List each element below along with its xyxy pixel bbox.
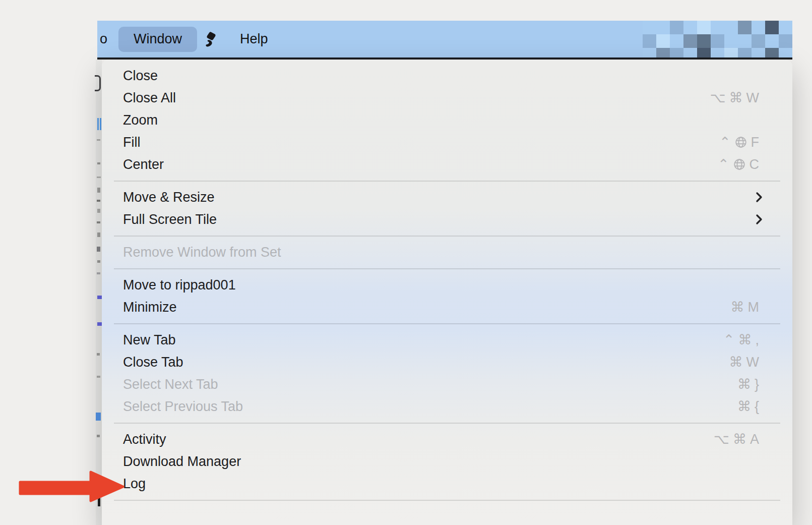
- window-menu-panel: CloseClose All⌥⌘WZoomFill⌃FCenter⌃CMove …: [102, 60, 792, 525]
- shortcut-key: ⌃: [723, 332, 735, 348]
- script-ribbon-glyph-svg: [203, 31, 218, 48]
- menu-item-label: Download Manager: [123, 454, 241, 470]
- menu-item-label: Full Screen Tile: [123, 212, 217, 227]
- background-window-fragment: [97, 162, 100, 164]
- redaction-cell: [711, 21, 724, 34]
- redaction-cell: [643, 34, 656, 48]
- menu-separator: [102, 263, 792, 274]
- script-ribbon-glyph-icon[interactable]: [203, 31, 218, 48]
- submenu-indicator: [755, 191, 759, 204]
- shortcut-key: ,: [755, 332, 759, 348]
- shortcut-key: ⌘: [729, 354, 743, 370]
- background-window-fragment: [97, 247, 100, 252]
- shortcut-key: ⌥: [714, 431, 729, 447]
- menu-item-download-manager[interactable]: Download Manager: [102, 450, 792, 473]
- menu-item-select-previous-tab: Select Previous Tab⌘{: [102, 395, 792, 418]
- background-window-fragment: [97, 188, 100, 193]
- shortcut-key: ⌘: [738, 332, 752, 348]
- background-window-fragment: [97, 435, 100, 437]
- menu-item-move-and-resize[interactable]: Move & Resize: [102, 186, 792, 208]
- menu-separator: [102, 176, 792, 186]
- menu-item-label: Zoom: [123, 112, 158, 128]
- menu-separator: [102, 495, 792, 505]
- submenu-chevron-icon: [755, 191, 763, 204]
- shortcut-key: A: [750, 432, 759, 447]
- globe-icon: [734, 136, 747, 149]
- redaction-cell: [697, 34, 711, 48]
- background-window-fragment: [95, 75, 101, 91]
- background-window-fragment: [97, 118, 99, 130]
- menu-title-partial[interactable]: o: [100, 31, 107, 47]
- shortcut-key: {: [755, 399, 759, 415]
- menu-separator: [102, 418, 792, 428]
- shortcut-key: ⌘: [733, 431, 746, 447]
- redaction-cell: [724, 21, 738, 34]
- redaction-cell: [765, 34, 779, 48]
- submenu-chevron-icon: [755, 213, 763, 226]
- shortcut-hint: ⌃F: [719, 134, 759, 150]
- redaction-cell: [670, 21, 683, 34]
- shortcut-key: C: [749, 157, 760, 172]
- shortcut-hint: ⌘W: [729, 354, 759, 370]
- redaction-cell: [738, 48, 752, 57]
- background-window-fragment: [97, 260, 100, 263]
- background-window-fragment: [97, 296, 102, 299]
- redaction-cell: [779, 48, 792, 57]
- menu-item-minimize[interactable]: Minimize⌘M: [102, 296, 792, 318]
- background-window-fragment: [97, 221, 100, 223]
- redaction-cell: [683, 34, 697, 48]
- background-window-fragment: [97, 139, 100, 141]
- menu-item-close[interactable]: Close: [102, 65, 792, 87]
- redaction-cell: [670, 48, 683, 57]
- redaction-cell: [779, 34, 792, 48]
- menu-item-move-to-rippad001[interactable]: Move to rippad001: [102, 274, 792, 296]
- menu-item-center[interactable]: Center⌃C: [102, 153, 792, 176]
- shortcut-hint: ⌘M: [731, 299, 760, 315]
- shortcut-hint: ⌃C: [718, 156, 759, 172]
- menu-title-window-label: Window: [134, 31, 182, 47]
- redaction-cell: [670, 34, 683, 48]
- menu-item-new-tab[interactable]: New Tab⌃⌘,: [102, 329, 792, 351]
- menu-item-label: Move & Resize: [123, 190, 215, 205]
- menu-item-zoom[interactable]: Zoom: [102, 109, 792, 131]
- menu-item-fill[interactable]: Fill⌃F: [102, 131, 792, 153]
- globe-icon: [733, 158, 746, 171]
- redaction-cell: [643, 21, 656, 34]
- redaction-cell: [724, 34, 738, 48]
- background-window-fragment: [97, 376, 100, 378]
- menu-bar: o Window Help: [97, 21, 792, 57]
- redaction-cell: [765, 48, 779, 57]
- shortcut-key: M: [748, 300, 760, 315]
- redaction-cell: [765, 21, 779, 34]
- annotation-arrow: [15, 446, 131, 512]
- shortcut-key: ⌃: [718, 156, 729, 172]
- shortcut-key: W: [746, 90, 759, 106]
- shortcut-hint: ⌘{: [737, 398, 759, 415]
- menu-item-label: Close: [123, 68, 158, 84]
- menu-item-close-tab[interactable]: Close Tab⌘W: [102, 351, 792, 373]
- redaction-cell: [752, 34, 765, 48]
- menu-item-label: Minimize: [123, 300, 177, 315]
- redacted-status-area: [643, 21, 792, 57]
- menu-item-full-screen-tile[interactable]: Full Screen Tile: [102, 208, 792, 230]
- menu-item-activity[interactable]: Activity⌥⌘A: [102, 428, 792, 450]
- menu-title-window[interactable]: Window: [118, 27, 197, 52]
- background-window-fragment: [97, 232, 100, 237]
- menu-item-label: Close All: [123, 90, 176, 106]
- menu-item-close-all[interactable]: Close All⌥⌘W: [102, 87, 792, 109]
- menu-item-label: Select Next Tab: [123, 377, 218, 392]
- redaction-cell: [711, 34, 724, 48]
- redaction-cell: [738, 21, 752, 34]
- menu-separator: [102, 318, 792, 329]
- shortcut-key: ⌘: [737, 376, 751, 392]
- background-window-fragment: [96, 413, 101, 421]
- shortcut-hint: ⌘}: [737, 376, 759, 392]
- shortcut-key: ⌘: [737, 398, 751, 415]
- background-window-fragment: [97, 353, 100, 356]
- menu-item-log[interactable]: Log: [102, 473, 792, 495]
- menu-title-help[interactable]: Help: [240, 31, 268, 47]
- redaction-cell: [752, 48, 765, 57]
- redaction-cell: [643, 48, 656, 57]
- shortcut-hint: ⌥⌘W: [710, 90, 759, 106]
- screenshot-root: { "colors": { "page-bg": "#f0efed", "bar…: [0, 0, 812, 525]
